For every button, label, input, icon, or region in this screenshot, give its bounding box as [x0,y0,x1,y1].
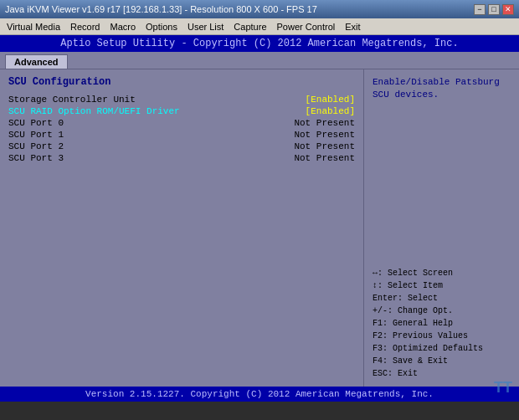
right-panel: Enable/Disable Patsburg SCU devices. ↔: … [364,69,519,387]
config-value-1: [Enabled] [306,106,355,116]
menu-item-power-control[interactable]: Power Control [272,20,341,33]
shortcut-item: F2: Previous Values [373,330,511,342]
config-label-3: SCU Port 1 [8,130,64,140]
left-panel-title: SCU Configuration [8,76,355,88]
config-row-4: SCU Port 2Not Present [8,141,355,151]
config-label-5: SCU Port 3 [8,153,64,163]
config-row-0: Storage Controller Unit[Enabled] [8,95,355,105]
bios-container: Aptio Setup Utility - Copyright (C) 2012… [0,35,519,402]
config-rows: Storage Controller Unit[Enabled]SCU RAID… [8,95,355,163]
bios-footer: Version 2.15.1227. Copyright (C) 2012 Am… [0,387,519,402]
config-row-2: SCU Port 0Not Present [8,118,355,128]
window-title: Java iKVM Viewer v1.69 r17 [192.168.1.33… [5,4,317,14]
config-label-1[interactable]: SCU RAID Option ROM/UEFI Driver [8,106,180,116]
left-panel: SCU Configuration Storage Controller Uni… [0,69,364,387]
bios-body: SCU Configuration Storage Controller Uni… [0,69,519,387]
menu-bar: Virtual MediaRecordMacroOptionsUser List… [0,18,519,35]
shortcut-item: F1: General Help [373,317,511,330]
maximize-button[interactable]: □ [488,4,500,15]
shortcut-item: ESC: Exit [373,367,511,380]
shortcut-item: ↔: Select Screen [373,267,511,279]
menu-item-virtual-media[interactable]: Virtual Media [2,20,65,33]
config-value-4: Not Present [294,141,355,151]
shortcut-item: ↕: Select Item [373,279,511,292]
shortcut-item: F4: Save & Exit [373,355,511,367]
shortcut-item: Enter: Select [373,292,511,305]
menu-item-options[interactable]: Options [141,20,182,33]
menu-item-capture[interactable]: Capture [229,20,271,33]
tt-logo: TT [494,379,512,397]
config-label-0: Storage Controller Unit [8,95,136,105]
shortcut-item: +/-: Change Opt. [373,305,511,317]
shortcuts: ↔: Select Screen↕: Select ItemEnter: Sel… [373,267,511,380]
shortcut-item: F3: Optimized Defaults [373,342,511,355]
config-value-3: Not Present [294,130,355,140]
config-value-2: Not Present [294,118,355,128]
menu-item-macro[interactable]: Macro [105,20,141,33]
close-button[interactable]: ✕ [502,4,514,15]
tab-row: Advanced [0,52,519,69]
config-value-5: Not Present [294,153,355,163]
window-controls: − □ ✕ [474,4,514,15]
config-row-3: SCU Port 1Not Present [8,130,355,140]
config-value-0: [Enabled] [306,95,355,105]
config-label-2: SCU Port 0 [8,118,64,128]
menu-item-user-list[interactable]: User List [182,20,229,33]
title-bar: Java iKVM Viewer v1.69 r17 [192.168.1.33… [0,0,519,18]
minimize-button[interactable]: − [474,4,486,15]
menu-item-exit[interactable]: Exit [340,20,365,33]
help-text: Enable/Disable Patsburg SCU devices. [373,76,511,264]
bios-header: Aptio Setup Utility - Copyright (C) 2012… [0,35,519,52]
config-label-4: SCU Port 2 [8,141,64,151]
menu-item-record[interactable]: Record [65,20,105,33]
tab-advanced[interactable]: Advanced [5,54,68,69]
config-row-1: SCU RAID Option ROM/UEFI Driver[Enabled] [8,106,355,116]
config-row-5: SCU Port 3Not Present [8,153,355,163]
